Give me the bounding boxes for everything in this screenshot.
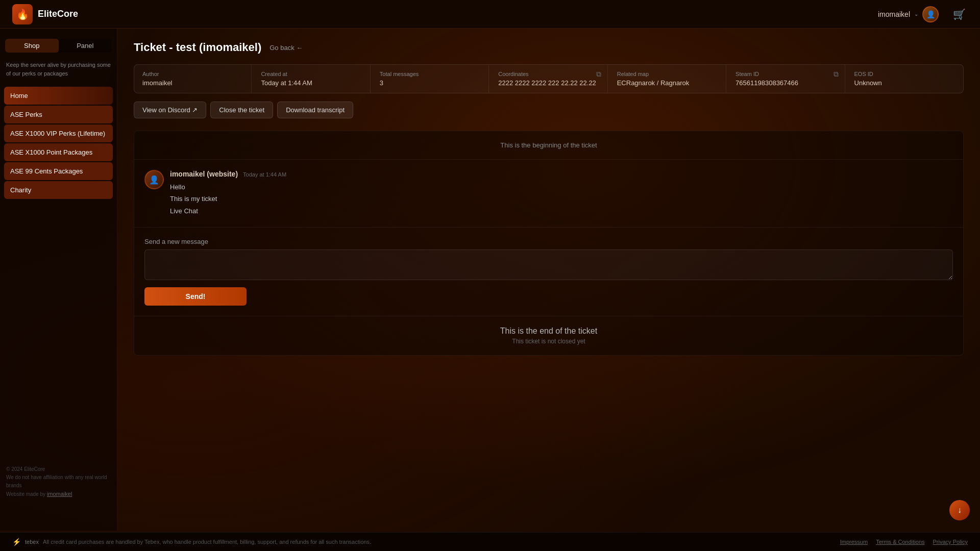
created-label: Created at — [261, 71, 361, 77]
sidebar-item-ase-point[interactable]: ASE X1000 Point Packages — [4, 143, 113, 161]
page-title: Ticket - test (imomaikel) — [134, 41, 261, 54]
message-text: Hello This is my ticket Live Chat — [170, 181, 953, 217]
coordinates-value: 2222 2222 2222 222 22.22 22.22 — [498, 79, 599, 87]
messages-label: Total messages — [380, 71, 480, 77]
info-cards: Author imomaikel Created at Today at 1:4… — [134, 64, 964, 93]
footer-bar: ⚡ tebex All credit card purchases are ha… — [0, 532, 980, 551]
info-card-coordinates: Coordinates 2222 2222 2222 222 22.22 22.… — [490, 65, 607, 93]
sidebar-tabs: Shop Panel — [5, 39, 112, 53]
message-time: Today at 1:44 AM — [243, 171, 286, 178]
sidebar-item-ase-perks[interactable]: ASE Perks — [4, 106, 113, 123]
cart-icon[interactable]: 🛒 — [951, 6, 968, 22]
info-card-messages: Total messages 3 — [372, 65, 489, 93]
sidebar-item-ase-99cents[interactable]: ASE 99 Cents Packages — [4, 162, 113, 180]
info-card-author: Author imomaikel — [134, 65, 252, 93]
tebex-logo-text: tebex — [25, 539, 39, 545]
user-menu[interactable]: imomaikel ⌄ 👤 — [874, 4, 943, 24]
sidebar-item-ase-vip[interactable]: ASE X1000 VIP Perks (Lifetime) — [4, 124, 113, 142]
download-transcript-button[interactable]: Download transcript — [277, 102, 353, 118]
go-back-link[interactable]: Go back ← — [270, 44, 303, 52]
terms-link[interactable]: Terms & Conditions — [876, 539, 924, 545]
info-card-created: Created at Today at 1:44 AM — [253, 65, 370, 93]
message-header: imomaikel (website) Today at 1:44 AM — [170, 170, 953, 178]
created-value: Today at 1:44 AM — [261, 79, 361, 87]
sidebar: Shop Panel Keep the server alive by purc… — [0, 29, 117, 531]
map-value: ECRagnarok / Ragnarok — [617, 79, 718, 87]
ticket-end-title: This is the end of the ticket — [144, 327, 953, 336]
copy-coordinates-icon[interactable]: ⧉ — [596, 70, 601, 79]
send-button[interactable]: Send! — [144, 287, 247, 306]
eosid-value: Unknown — [854, 79, 955, 87]
map-label: Related map — [617, 71, 718, 77]
tebex-icon: ⚡ — [12, 538, 21, 546]
message-body: imomaikel (website) Today at 1:44 AM Hel… — [170, 170, 953, 217]
steamid-value: 76561198308367466 — [736, 79, 836, 87]
footer-right: Impressum Terms & Conditions Privacy Pol… — [840, 539, 968, 545]
scroll-down-button[interactable]: ↓ — [949, 500, 970, 520]
coordinates-label: Coordinates — [498, 71, 599, 77]
messages-value: 3 — [380, 79, 480, 87]
sidebar-footer: © 2024 EliteCore We do not have affiliat… — [0, 459, 117, 505]
footer-left: ⚡ tebex All credit card purchases are ha… — [12, 538, 371, 546]
sidebar-footer-link[interactable]: imomaikel — [47, 491, 72, 497]
copy-steamid-icon[interactable]: ⧉ — [834, 70, 839, 79]
eosid-label: EOS ID — [854, 71, 955, 77]
logo-icon: 🔥 — [12, 4, 33, 24]
ticket-area: This is the beginning of the ticket 👤 im… — [134, 131, 964, 356]
sidebar-description: Keep the server alive by purchasing some… — [0, 61, 117, 86]
close-ticket-button[interactable]: Close the ticket — [210, 102, 273, 118]
privacy-link[interactable]: Privacy Policy — [933, 539, 968, 545]
sidebar-item-charity[interactable]: Charity — [4, 181, 113, 199]
tab-shop[interactable]: Shop — [5, 39, 59, 53]
message-avatar: 👤 — [144, 170, 164, 189]
logo-text: EliteCore — [38, 9, 78, 19]
send-section: Send a new message Send! — [134, 227, 963, 316]
info-card-eosid: EOS ID Unknown — [846, 65, 963, 93]
sidebar-item-home[interactable]: Home — [4, 87, 113, 105]
page-title-row: Ticket - test (imomaikel) Go back ← — [134, 41, 964, 54]
chevron-down-icon: ⌄ — [914, 11, 918, 17]
impressum-link[interactable]: Impressum — [840, 539, 868, 545]
ticket-end: This is the end of the ticket This ticke… — [134, 316, 963, 355]
view-on-discord-button[interactable]: View on Discord ↗ — [134, 102, 206, 118]
message: 👤 imomaikel (website) Today at 1:44 AM H… — [134, 160, 963, 227]
message-input[interactable] — [144, 249, 953, 280]
author-label: Author — [142, 71, 243, 77]
message-author: imomaikel (website) — [170, 170, 238, 178]
username-label: imomaikel — [878, 10, 910, 18]
info-card-map: Related map ECRagnarok / Ragnarok — [609, 65, 726, 93]
info-card-steamid: Steam ID 76561198308367466 ⧉ — [727, 65, 845, 93]
header: 🔥 EliteCore imomaikel ⌄ 👤 🛒 — [0, 0, 980, 29]
header-left: 🔥 EliteCore — [12, 4, 78, 24]
tab-panel[interactable]: Panel — [59, 39, 112, 53]
avatar: 👤 — [922, 6, 939, 22]
main-content: Ticket - test (imomaikel) Go back ← Auth… — [117, 29, 980, 531]
footer-notice: All credit card purchases are handled by… — [43, 539, 371, 545]
layout: Shop Panel Keep the server alive by purc… — [0, 29, 980, 531]
send-label: Send a new message — [144, 238, 953, 245]
ticket-beginning: This is the beginning of the ticket — [134, 131, 963, 160]
ticket-end-sub: This ticket is not closed yet — [144, 338, 953, 345]
author-value: imomaikel — [142, 79, 243, 87]
header-right: imomaikel ⌄ 👤 🛒 — [874, 4, 968, 24]
action-buttons: View on Discord ↗ Close the ticket Downl… — [134, 102, 964, 118]
steamid-label: Steam ID — [736, 71, 836, 77]
